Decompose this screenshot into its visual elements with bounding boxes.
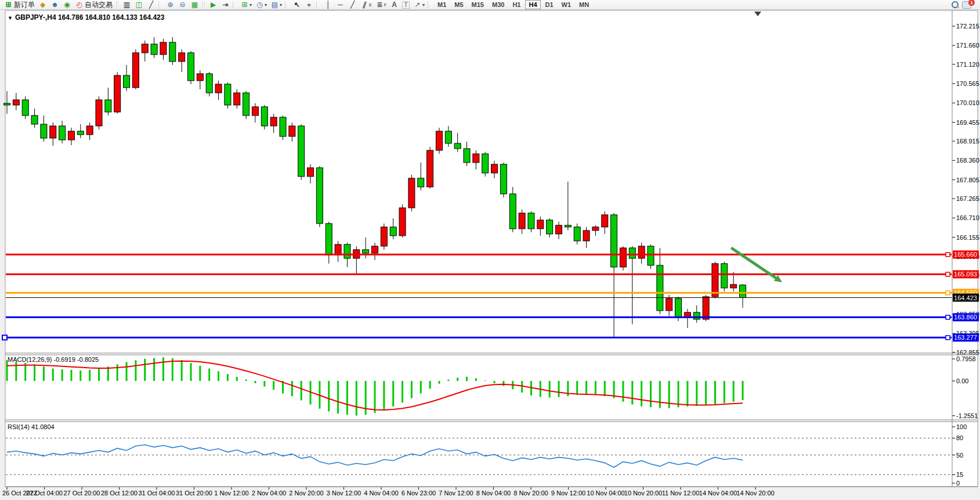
candlestick-chart-button[interactable]: ◫ <box>133 1 145 9</box>
svg-text:10 Nov 20:00: 10 Nov 20:00 <box>624 490 662 497</box>
arrows-dropdown[interactable]: ↗▾ <box>411 1 426 9</box>
eraser-button[interactable]: ◆ <box>37 1 49 9</box>
profile-button[interactable]: ☻ <box>49 1 61 9</box>
fibonacci-button[interactable]: ≣F <box>374 1 388 9</box>
toolbar-separator <box>158 1 162 9</box>
svg-text:80: 80 <box>956 434 963 441</box>
svg-text:28 Oct 12:00: 28 Oct 12:00 <box>101 490 138 497</box>
zoom-in-button[interactable]: ⊕ <box>164 1 176 9</box>
svg-text:7 Nov 12:00: 7 Nov 12:00 <box>439 490 473 497</box>
zoom-out-icon: ⊖ <box>178 1 187 9</box>
bar-chart-icon: ▥ <box>122 1 131 9</box>
svg-text:15: 15 <box>956 471 963 478</box>
timeframe-M15[interactable]: M15 <box>468 0 487 9</box>
line-chart-button[interactable]: ╱ <box>145 1 157 9</box>
chart-canvas[interactable]: 172.215171.660171.120170.565170.010169.4… <box>0 10 980 500</box>
templates-dropdown[interactable]: ▤▾ <box>269 1 284 9</box>
timeframe-H4[interactable]: H4 <box>525 0 540 9</box>
svg-text:3 Nov 12:00: 3 Nov 12:00 <box>327 490 361 497</box>
timeframe-W1[interactable]: W1 <box>558 0 575 9</box>
tile-windows-button[interactable]: ▦ <box>189 1 201 9</box>
periods-dropdown[interactable]: ◷▾ <box>254 1 269 9</box>
horizontal-line-button[interactable]: ─ <box>334 1 346 9</box>
cursor-icon: ↖ <box>292 1 301 9</box>
toolbar-separator <box>285 1 289 9</box>
svg-text:0.7958: 0.7958 <box>956 355 976 362</box>
bar-chart-button[interactable]: ▥ <box>121 1 133 9</box>
svg-text:8 Nov 04:00: 8 Nov 04:00 <box>476 490 511 497</box>
fibo-f-subscript: F <box>384 3 386 7</box>
zoom-out-button[interactable]: ⊖ <box>176 1 189 9</box>
svg-text:167.265: 167.265 <box>956 195 979 202</box>
equidistant-channel-icon: ∥ <box>359 1 371 9</box>
svg-text:164.423: 164.423 <box>954 294 977 301</box>
svg-text:11 Nov 12:00: 11 Nov 12:00 <box>662 490 700 497</box>
mt4-window: ⊞ 新订单 ◆ ☻ ◉ ◴ 自动交易 ▥ ◫ ╱ ⊕ ⊖ ▦ ▶ ⇥ ⊞▾ ◷▾… <box>0 0 980 500</box>
svg-text:14 Nov 20:00: 14 Nov 20:00 <box>736 490 774 497</box>
crosshair-button[interactable]: + <box>303 1 315 9</box>
toolbar-separator <box>316 1 320 9</box>
step-forward-button[interactable]: ⇥ <box>219 1 232 9</box>
trendline-button[interactable]: ╱ <box>346 1 359 9</box>
svg-text:168.915: 168.915 <box>956 138 979 145</box>
new-chart-dropdown[interactable]: ⊞▾ <box>238 1 254 9</box>
svg-text:27 Oct 20:00: 27 Oct 20:00 <box>64 490 100 497</box>
text-label-button[interactable]: T <box>400 1 411 9</box>
new-order-label: 新订单 <box>14 0 35 10</box>
signal-button[interactable]: ◉ <box>61 1 73 9</box>
crosshair-icon: + <box>305 1 313 9</box>
timeframe-M5[interactable]: M5 <box>451 0 467 9</box>
signal-icon: ◉ <box>63 1 71 9</box>
chevron-down-icon: ▾ <box>249 2 252 8</box>
timeframe-M30[interactable]: M30 <box>489 0 508 9</box>
vertical-line-button[interactable]: │ <box>322 1 334 9</box>
svg-text:2 Nov 04:00: 2 Nov 04:00 <box>252 490 286 497</box>
svg-text:166.710: 166.710 <box>956 214 979 221</box>
new-chart-icon: ⊞ <box>240 1 249 9</box>
arrows-icon: ↗ <box>413 1 422 9</box>
svg-text:31 Oct 04:00: 31 Oct 04:00 <box>139 490 175 497</box>
candlestick-chart-icon: ◫ <box>135 1 143 9</box>
eraser-icon: ◆ <box>38 1 47 9</box>
svg-text:165.660: 165.660 <box>954 251 977 258</box>
svg-text:171.120: 171.120 <box>956 61 979 68</box>
svg-text:171.660: 171.660 <box>956 42 979 49</box>
timeframe-MN[interactable]: MN <box>576 0 592 9</box>
svg-text:0: 0 <box>956 480 960 487</box>
svg-text:100: 100 <box>956 423 967 430</box>
svg-text:10 Nov 04:00: 10 Nov 04:00 <box>587 490 624 497</box>
auto-trading-button[interactable]: ◴ 自动交易 <box>73 1 114 9</box>
timeframe-D1[interactable]: D1 <box>542 0 557 9</box>
auto-trading-icon: ◴ <box>75 1 84 9</box>
text-a-icon: A <box>390 1 399 9</box>
line-chart-icon: ╱ <box>147 1 156 9</box>
toolbar-grip <box>116 1 119 9</box>
svg-text:172.215: 172.215 <box>956 23 979 30</box>
text-button[interactable]: A <box>388 1 400 9</box>
fibonacci-icon: ≣ <box>375 1 384 9</box>
toolbar-separator <box>428 1 432 9</box>
svg-text:31 Oct 20:00: 31 Oct 20:00 <box>176 490 212 497</box>
channel-button[interactable]: ∥E <box>359 1 374 9</box>
clock-icon: ◷ <box>255 1 264 9</box>
svg-text:168.360: 168.360 <box>956 157 979 164</box>
svg-text:167.805: 167.805 <box>956 177 979 184</box>
profile-icon: ☻ <box>50 1 59 9</box>
svg-text:-1.2551: -1.2551 <box>956 412 978 419</box>
svg-text:170.010: 170.010 <box>956 99 979 106</box>
svg-text:170.565: 170.565 <box>956 80 979 87</box>
notification-badge: 1 <box>968 0 975 6</box>
svg-text:163.277: 163.277 <box>954 334 977 341</box>
svg-text:166.155: 166.155 <box>956 234 979 241</box>
trendline-icon: ╱ <box>348 1 357 9</box>
timeframe-M1[interactable]: M1 <box>434 0 450 9</box>
toolbar-grip <box>202 1 205 9</box>
timeframe-H1[interactable]: H1 <box>509 0 524 9</box>
notifications-button[interactable]: 1 <box>960 1 980 9</box>
strategy-test-button[interactable]: ▶ <box>207 1 219 9</box>
new-order-button[interactable]: ⊞ 新订单 <box>2 1 37 9</box>
cursor-button[interactable]: ↖ <box>291 1 303 9</box>
search-button[interactable] <box>950 1 960 9</box>
timeframe-group: M1M5M15M30H1H4D1W1MN <box>433 0 593 9</box>
text-label-icon: T <box>402 1 410 9</box>
